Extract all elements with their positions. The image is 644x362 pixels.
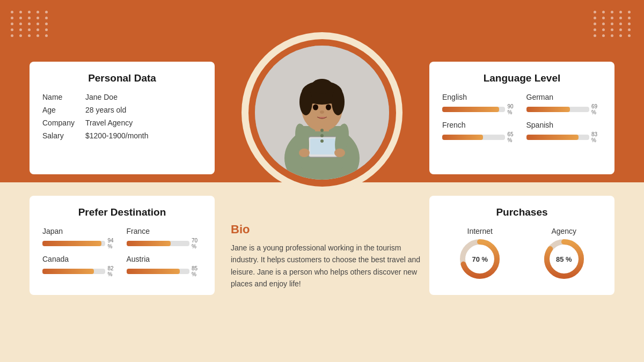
personal-data-title: Personal Data [42, 72, 202, 84]
bio-title: Bio [231, 223, 424, 237]
destination-name: Austria [127, 255, 202, 263]
purchases-title: Purchases [442, 206, 602, 218]
language-bar-container [442, 135, 505, 140]
language-card: Language Level English 90 % German 69 % … [429, 62, 614, 174]
language-bar-fill [526, 107, 570, 112]
donut-container: 70 % [458, 238, 501, 280]
destination-bar-fill [127, 269, 180, 274]
destination-bar-fill [42, 269, 94, 274]
donut-percent: 85 % [556, 255, 572, 263]
photo-inner-ring [248, 39, 396, 187]
svg-point-11 [332, 88, 345, 115]
destination-name: France [127, 227, 202, 235]
personal-value: 28 years old [85, 106, 126, 114]
personal-label: Age [42, 106, 85, 114]
purchases-card: Purchases Internet 70 % [429, 196, 614, 295]
destination-percent: 94 % [107, 238, 118, 249]
language-percent: 69 % [591, 104, 602, 115]
personal-data-row: CompanyTravel Agency [42, 119, 202, 127]
language-percent: 65 % [507, 131, 517, 143]
donut-container: 85 % [543, 238, 586, 280]
dots-top-left [11, 11, 50, 37]
svg-point-20 [299, 149, 310, 157]
svg-point-15 [320, 110, 324, 114]
destination-bar-fill [42, 241, 101, 246]
svg-point-10 [299, 88, 312, 115]
destination-bar-fill [127, 241, 171, 246]
personal-value: Jane Doe [85, 93, 118, 101]
purchase-item: Agency 85 % [526, 227, 602, 280]
language-bar-fill [442, 135, 483, 140]
personal-label: Salary [42, 131, 85, 140]
language-name: French [442, 121, 518, 129]
destination-bar-container [127, 269, 189, 274]
svg-point-24 [320, 139, 324, 143]
svg-point-14 [326, 105, 331, 110]
language-name: German [526, 93, 602, 101]
svg-point-13 [313, 105, 318, 110]
destination-title: Prefer Destination [42, 206, 202, 218]
personal-data-row: Age28 years old [42, 106, 202, 114]
person-illustration [255, 46, 389, 180]
language-bar-fill [442, 107, 499, 112]
personal-label: Company [42, 119, 85, 127]
destination-bar-container [127, 241, 189, 246]
svg-point-21 [334, 149, 345, 157]
language-bar-fill [526, 135, 579, 140]
language-percent: 90 % [507, 104, 517, 115]
bio-text: Jane is a young professional working in … [231, 242, 424, 290]
language-bar-container [526, 135, 589, 140]
personal-data-row: NameJane Doe [42, 93, 202, 101]
destination-percent: 70 % [192, 238, 202, 249]
language-bar-container [526, 107, 589, 112]
svg-point-23 [320, 134, 324, 137]
destination-item: Austria 85 % [127, 255, 202, 277]
language-bar-container [442, 107, 505, 112]
bio-section: Bio Jane is a young professional working… [231, 223, 424, 290]
language-item: French 65 % [442, 121, 518, 143]
language-title: Language Level [442, 72, 602, 84]
destination-bar-container [42, 241, 105, 246]
language-percent: 83 % [591, 131, 602, 143]
personal-label: Name [42, 93, 85, 101]
language-name: English [442, 93, 518, 101]
donut-percent: 70 % [472, 255, 488, 263]
personal-data-row: Salary$1200-1900/month [42, 131, 202, 140]
dots-top-right [594, 11, 633, 37]
destination-name: Japan [42, 227, 118, 235]
language-item: English 90 % [442, 93, 518, 115]
purchases-grid: Internet 70 % [442, 227, 602, 280]
language-item: German 69 % [526, 93, 602, 115]
destination-name: Canada [42, 255, 118, 263]
destination-percent: 82 % [107, 265, 118, 277]
svg-point-22 [320, 129, 324, 132]
personal-value: $1200-1900/month [85, 131, 149, 140]
svg-point-12 [311, 79, 333, 94]
personal-data-card: Personal Data NameJane DoeAge28 years ol… [30, 62, 215, 174]
photo-outer-ring [241, 32, 402, 193]
purchase-label: Agency [526, 227, 602, 235]
photo-circle [255, 46, 389, 180]
language-grid: English 90 % German 69 % French [442, 93, 602, 143]
destination-bar-container [42, 269, 105, 274]
personal-data-rows: NameJane DoeAge28 years oldCompanyTravel… [42, 93, 202, 140]
destination-card: Prefer Destination Japan 94 % France 70 … [30, 196, 215, 295]
language-item: Spanish 83 % [526, 121, 602, 143]
purchase-label: Internet [442, 227, 518, 235]
language-name: Spanish [526, 121, 602, 129]
destination-item: Canada 82 % [42, 255, 118, 277]
destination-item: Japan 94 % [42, 227, 118, 249]
personal-value: Travel Agency [85, 119, 133, 127]
destination-percent: 85 % [192, 265, 202, 277]
destination-item: France 70 % [127, 227, 202, 249]
purchase-item: Internet 70 % [442, 227, 518, 280]
destination-grid: Japan 94 % France 70 % Canada 82 [42, 227, 202, 277]
